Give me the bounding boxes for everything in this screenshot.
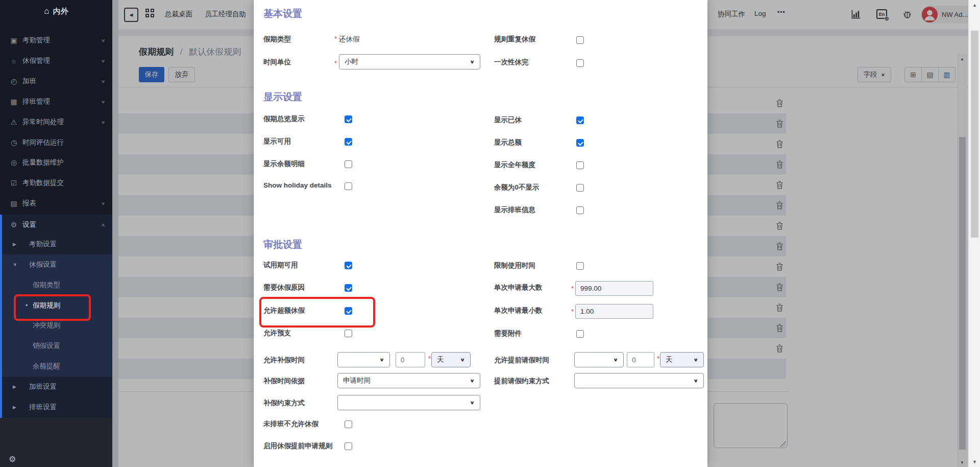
overview-display-checkbox[interactable] [345,115,352,123]
attendance-submit-icon: ☑ [9,179,18,187]
active-section-indicator [0,215,2,418]
early-constraint-select[interactable]: ∨ [574,373,704,388]
scroll-up-icon[interactable]: ▲ [972,3,977,8]
chevron-down-icon: ∨ [470,400,475,406]
chevron-down-icon: ∨ [101,99,105,104]
required-marker: * [571,285,574,292]
show-holiday-details-checkbox[interactable] [345,182,352,190]
repeat-rule-label: 规则重复休假 [494,35,535,44]
show-balance-detail-checkbox[interactable] [345,160,352,168]
sidebar-item-leave-types[interactable]: • 假期类型 [0,275,112,295]
sidebar-item-shift-settings[interactable]: ▶ 排班设置 [0,397,112,417]
time-unit-label: 时间单位 [263,58,291,67]
repeat-rule-checkbox[interactable] [576,36,584,44]
app-logo[interactable]: ⌂ 内外 [0,0,112,22]
sidebar-item-overtime-settings[interactable]: ▶ 加班设置 [0,377,112,397]
show-available-label: 显示可用 [263,137,291,146]
show-annual-quota-checkbox[interactable] [576,161,584,169]
max-per-request-input[interactable]: 999.00 [575,281,653,296]
makeup-time-select[interactable]: ∨ [337,352,390,367]
attachment-checkbox[interactable] [576,330,584,338]
enable-early-rule-label: 启用休假提前申请规则 [263,441,332,451]
early-time-select[interactable]: ∨ [574,352,624,367]
makeup-constraint-select[interactable]: ∨ [337,395,480,410]
makeup-amount-input[interactable]: 0 [396,352,425,367]
section-heading-approval: 审批设置 [263,238,302,251]
makeup-constraint-label: 补假约束方式 [263,399,305,408]
reason-label: 需要休假原因 [263,283,305,292]
early-amount-input[interactable]: 0 [627,352,654,367]
chevron-down-icon: ∨ [101,120,105,125]
section-heading-basic: 基本设置 [263,7,302,20]
show-total-checkbox[interactable] [576,139,584,147]
one-time-label: 一次性休完 [494,58,529,67]
probation-checkbox[interactable] [345,262,352,269]
leave-type-value: 还休假 [339,35,360,44]
gear-icon[interactable]: ⚙ [9,454,16,464]
chevron-down-icon: ∨ [460,357,465,363]
sidebar-item-leave-cancel-settings[interactable]: • 销假设置 [0,336,112,356]
caret-right-icon: ▶ [13,384,16,389]
time-unit-select[interactable]: 小时 ∨ [339,54,480,69]
show-taken-checkbox[interactable] [576,116,584,124]
min-per-request-input[interactable]: 1.00 [575,304,653,319]
bulk-data-icon: ◎ [9,158,18,167]
early-unit-select[interactable]: 天 ∨ [660,352,704,367]
probation-label: 试用期可用 [263,261,298,270]
sidebar-item-leave-rules[interactable]: • 假期规则 [0,295,112,316]
chevron-down-icon: ∨ [101,58,105,63]
scroll-down-icon[interactable]: ▼ [972,459,977,464]
makeup-time-label: 允许补假时间 [263,356,305,365]
required-marker: * [657,355,659,362]
leave-mgmt-icon: ☼ [9,57,18,65]
over-quota-label: 允许超额休假 [263,306,305,315]
sidebar-item-bulk-data[interactable]: ◎ 批量数据维护 [0,152,112,173]
no-schedule-checkbox[interactable] [345,421,352,428]
show-schedule-info-label: 显示排班信息 [494,205,535,215]
hide-zero-balance-checkbox[interactable] [576,184,584,192]
show-annual-quota-label: 显示全年额度 [494,160,535,170]
over-quota-checkbox[interactable] [345,307,352,315]
show-schedule-info-checkbox[interactable] [576,206,584,214]
sidebar-item-leave-settings[interactable]: ▼ 休假设置 [0,254,112,275]
show-available-checkbox[interactable] [345,138,352,146]
advance-checkbox[interactable] [345,330,352,337]
required-marker: * [571,308,574,315]
chevron-down-icon: ∨ [613,357,618,363]
sidebar-item-balance-reminder[interactable]: • 余额提醒 [0,356,112,377]
sidebar-item-reports[interactable]: ▤ 报表 ∨ [0,193,112,214]
advance-label: 允许预支 [263,329,291,338]
sidebar-item-attendance-settings[interactable]: ▶ 考勤设置 [0,234,112,254]
sidebar-item-overtime[interactable]: ◴ 加班 ∨ [0,71,112,91]
one-time-checkbox[interactable] [576,59,584,67]
no-schedule-label: 未排班不允许休假 [263,419,318,429]
chevron-up-icon: ∧ [101,222,105,227]
makeup-unit-select[interactable]: 天 ∨ [431,352,471,367]
max-per-request-label: 单次申请最大数 [494,283,543,292]
makeup-basis-select[interactable]: 申请时间 ∨ [337,373,480,388]
sidebar-item-attendance-mgmt[interactable]: ▣ 考勤管理 ∨ [0,30,112,51]
chevron-down-icon: ∨ [101,38,105,43]
scrollbar-thumb[interactable] [971,31,978,238]
show-holiday-details-label: Show holiday details [263,181,332,189]
sidebar-item-time-eval[interactable]: ◷ 时间评估运行 [0,132,112,153]
page-scrollbar[interactable]: ▲ ▼ [968,0,980,467]
sidebar-item-exception-time[interactable]: ⚠ 异常时间处理 ∨ [0,112,112,132]
reason-checkbox[interactable] [345,284,352,292]
early-time-label: 允许提前请假时间 [494,356,549,365]
chevron-down-icon: ∨ [379,357,384,363]
chevron-down-icon: ∨ [470,59,475,65]
limit-time-checkbox[interactable] [576,262,584,270]
enable-early-rule-checkbox[interactable] [345,442,352,450]
caret-down-icon: ▼ [13,262,17,267]
sidebar-item-conflict-rules[interactable]: • 冲突规则 [0,315,112,336]
sidebar: ⌂ 内外 ▣ 考勤管理 ∨ ☼ 休假管理 ∨ ◴ 加班 ∨ ▦ 排班管理 ∨ ⚠… [0,0,112,467]
sidebar-item-settings[interactable]: ⚙ 设置 ∧ [0,215,112,235]
sidebar-item-leave-mgmt[interactable]: ☼ 休假管理 ∨ [0,51,112,71]
home-icon: ⌂ [44,6,49,16]
app-logo-label: 内外 [53,7,68,16]
sidebar-item-shift-mgmt[interactable]: ▦ 排班管理 ∨ [0,91,112,112]
show-taken-label: 显示已休 [494,115,522,125]
hide-zero-balance-label: 余额为0不显示 [494,183,540,192]
sidebar-item-attendance-submit[interactable]: ☑ 考勤数据提交 [0,173,112,193]
